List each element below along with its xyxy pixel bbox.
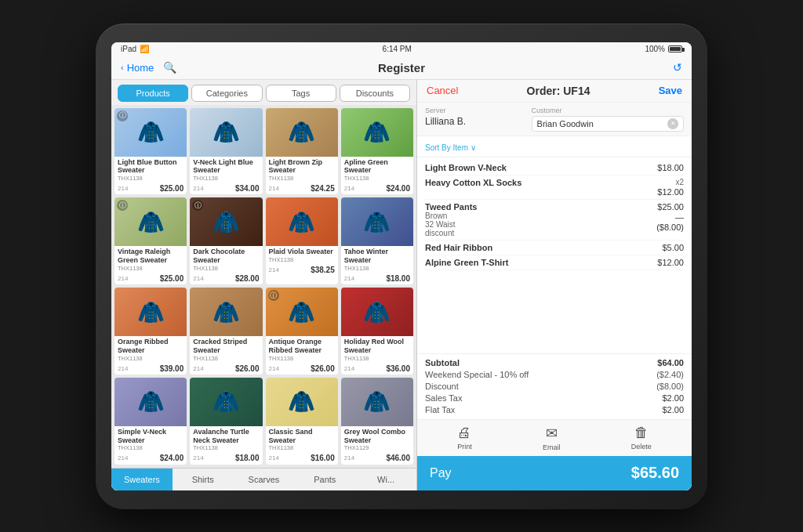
email-button[interactable]: ✉ Email — [543, 425, 561, 451]
product-footer: 214 $18.00 — [341, 274, 413, 284]
product-name: Light Blue Button Sweater — [118, 158, 183, 176]
refresh-icon[interactable]: ↺ — [673, 61, 682, 74]
product-image: 🧥 — [341, 108, 413, 157]
order-item-right: $18.00 — [657, 163, 684, 172]
category-tab-shirts[interactable]: Shirts — [173, 469, 234, 490]
tax2-value: $2.00 — [662, 405, 684, 414]
product-stock: 214 — [344, 365, 354, 372]
product-stock: 214 — [269, 454, 279, 461]
product-stock: 214 — [344, 454, 354, 461]
pay-amount: $65.60 — [631, 464, 679, 482]
product-name: Avalanche Turtle Neck Sweater — [193, 428, 259, 445]
order-item-size: 32 Waist — [425, 220, 656, 229]
discount1-label: Weekend Special - 10% off — [425, 370, 529, 379]
list-item[interactable]: 🧥 Avalanche Turtle Neck Sweater THX1138 … — [190, 378, 262, 465]
list-item[interactable]: 🧥 Classic Sand Sweater THX1138 214 $16.0… — [266, 378, 338, 465]
delete-button[interactable]: 🗑 Delete — [631, 425, 652, 451]
nav-left: ‹ Home 🔍 — [121, 61, 215, 74]
category-tab-bar: Sweaters Shirts Scarves Pants Wi... — [111, 468, 416, 490]
list-item[interactable]: 🧥 Holiday Red Wool Sweater THX1138 214 $… — [341, 288, 413, 375]
pay-label: Pay — [430, 466, 631, 480]
product-sku: THX1138 — [193, 355, 259, 362]
pay-button[interactable]: Pay $65.60 — [417, 456, 692, 490]
order-item-price: $18.00 — [657, 163, 684, 172]
order-item[interactable]: Light Brown V-Neck $18.00 — [425, 161, 684, 176]
order-item-right: $5.00 — [662, 243, 684, 252]
customer-label: Customer — [532, 107, 684, 114]
product-image: ⓘ 🧥 — [114, 108, 187, 157]
discount1-row: Weekend Special - 10% off ($2.40) — [425, 369, 684, 381]
product-name: Plaid Viola Sweater — [269, 248, 335, 256]
category-tab-sweaters[interactable]: Sweaters — [111, 469, 173, 490]
email-icon: ✉ — [546, 425, 558, 442]
product-stock: 214 — [118, 275, 128, 282]
save-button[interactable]: Save — [659, 85, 682, 96]
category-tab-wi[interactable]: Wi... — [355, 469, 416, 490]
product-name: Apline Green Sweater — [344, 158, 410, 176]
tab-discounts[interactable]: Discounts — [340, 85, 410, 102]
list-item[interactable]: 🧥 Plaid Viola Sweater THX1138 214 $38.25 — [266, 197, 338, 284]
sort-by-button[interactable]: Sort By Item ∨ — [425, 143, 476, 152]
tax1-label: Sales Tax — [425, 393, 463, 403]
list-item[interactable]: ⓘ 🧥 Antique Orange Ribbed Sweater THX113… — [266, 288, 338, 375]
list-item[interactable]: 🧥 Tahoe Winter Sweater THX1138 214 $18.0… — [341, 197, 413, 284]
subtotal-label: Subtotal — [425, 358, 460, 367]
order-item[interactable]: Heavy Cotton XL Socks x2 $12.00 — [425, 176, 684, 200]
product-footer: 214 $34.00 — [190, 184, 262, 194]
home-button[interactable]: Home — [127, 62, 154, 74]
product-footer: 214 $26.00 — [190, 364, 262, 375]
list-item[interactable]: 🧥 Apline Green Sweater THX1138 214 $24.0… — [341, 108, 413, 195]
info-badge: ⓘ — [192, 200, 203, 211]
product-name: Dark Chocolate Sweater — [193, 248, 259, 265]
product-sku: THX1138 — [269, 256, 335, 263]
product-details: V-Neck Light Blue Sweater THX1138 — [190, 157, 262, 185]
cancel-button[interactable]: Cancel — [427, 85, 458, 96]
product-details: Plaid Viola Sweater THX1138 — [266, 246, 338, 266]
print-button[interactable]: 🖨 Print — [457, 425, 472, 451]
category-tab-scarves[interactable]: Scarves — [234, 469, 295, 490]
tax2-row: Flat Tax $2.00 — [425, 404, 684, 416]
tab-categories[interactable]: Categories — [191, 85, 262, 102]
product-sku: THX1138 — [269, 175, 335, 182]
search-icon[interactable]: 🔍 — [163, 61, 176, 74]
product-footer: 214 $26.00 — [266, 364, 338, 375]
list-item[interactable]: 🧥 Light Brown Zip Sweater THX1138 214 $2… — [266, 108, 338, 195]
order-item-left: Heavy Cotton XL Socks — [425, 178, 657, 197]
category-tab-pants[interactable]: Pants — [294, 469, 355, 490]
list-item[interactable]: 🧥 Cracked Striped Sweater THX1138 214 $2… — [190, 288, 262, 375]
info-badge: ⓘ — [268, 290, 279, 301]
list-item[interactable]: ⓘ 🧥 Light Blue Button Sweater THX1138 21… — [114, 108, 187, 195]
list-item[interactable]: 🧥 Grey Wool Combo Sweater THX1129 214 $4… — [341, 378, 413, 465]
order-item-left: Alpine Green T-Shirt — [425, 258, 657, 267]
order-header: Cancel Order: UF14 Save — [417, 80, 692, 103]
order-item-left: Red Hair Ribbon — [425, 243, 662, 252]
list-item[interactable]: ⓘ 🧥 Vintage Raleigh Green Sweater THX113… — [114, 197, 187, 284]
product-stock: 214 — [269, 185, 279, 192]
list-item[interactable]: 🧥 Simple V-Neck Sweater THX1138 214 $24.… — [114, 378, 187, 465]
register-title: Register — [215, 61, 588, 74]
product-stock: 214 — [193, 185, 203, 192]
list-item[interactable]: ⓘ 🧥 Dark Chocolate Sweater THX1138 214 $… — [190, 197, 262, 284]
product-price: $24.00 — [386, 184, 410, 193]
tab-tags[interactable]: Tags — [266, 85, 336, 102]
list-item[interactable]: 🧥 V-Neck Light Blue Sweater THX1138 214 … — [190, 108, 262, 195]
order-item[interactable]: Tweed Pants Brown 32 Waist discount $25.… — [425, 200, 684, 241]
order-item[interactable]: Alpine Green T-Shirt $12.00 — [425, 255, 684, 270]
order-item-name: Heavy Cotton XL Socks — [425, 178, 657, 187]
wifi-icon: 📶 — [140, 45, 149, 53]
product-sku: THX1138 — [269, 355, 335, 362]
customer-clear-button[interactable]: ✕ — [667, 118, 678, 129]
tab-products[interactable]: Products — [118, 85, 188, 102]
list-item[interactable]: 🧥 Orange Ribbed Sweater THX1138 214 $39.… — [114, 288, 187, 375]
product-name: Cracked Striped Sweater — [193, 338, 259, 355]
product-price: $28.00 — [235, 274, 260, 283]
info-badge: ⓘ — [117, 110, 128, 121]
product-stock: 214 — [193, 275, 203, 282]
order-item[interactable]: Red Hair Ribbon $5.00 — [425, 241, 684, 255]
customer-field[interactable]: Brian Goodwin ✕ — [532, 116, 684, 132]
order-item-price: $12.00 — [657, 258, 684, 267]
order-item-name: Red Hair Ribbon — [425, 243, 662, 252]
product-sku: THX1138 — [118, 265, 183, 272]
product-sku: THX1138 — [269, 444, 335, 451]
product-stock: 214 — [118, 454, 128, 461]
